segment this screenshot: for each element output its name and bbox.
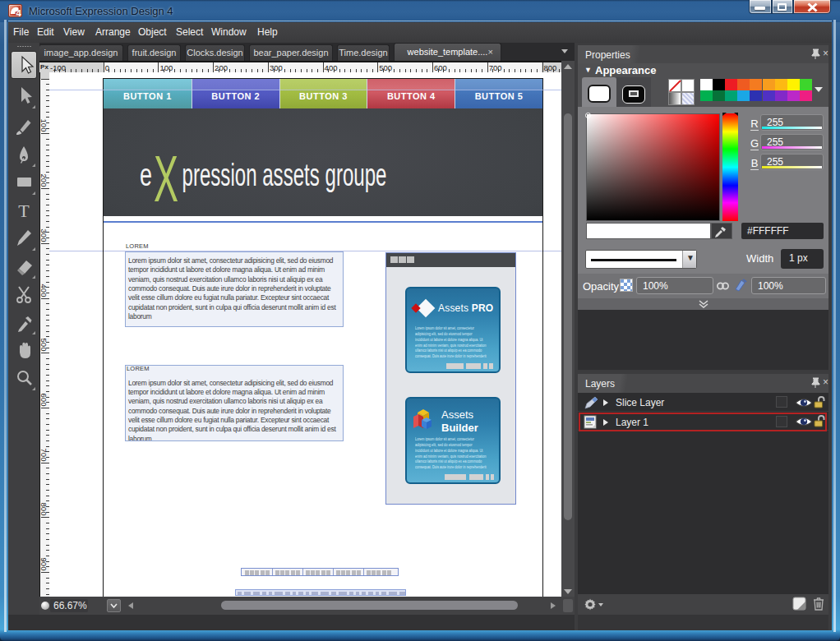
svg-text:e: e [140,158,152,192]
svg-text:X: X [154,142,178,215]
svg-text:T: T [18,201,30,221]
svg-text:pression assets groupe: pression assets groupe [182,158,387,192]
svg-text:4: 4 [16,8,22,17]
